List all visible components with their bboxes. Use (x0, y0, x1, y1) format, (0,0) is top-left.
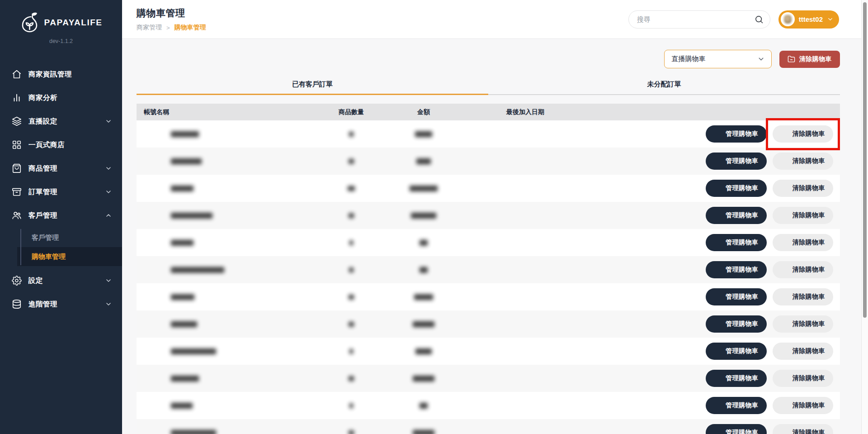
clear-cart-button[interactable]: 清除購物車 (773, 343, 834, 360)
order-tabs: 已有客戶訂單 未分配訂單 (137, 80, 840, 95)
clear-cart-button[interactable]: 清除購物車 (773, 125, 834, 143)
sidebar-item-訂單管理[interactable]: 訂單管理 (0, 180, 122, 204)
breadcrumb-current: 購物車管理 (175, 24, 206, 32)
cell-amount (376, 267, 471, 273)
shopping-cart-icon (714, 157, 722, 165)
avatar (144, 126, 160, 142)
sidebar-subitem-購物車管理[interactable]: 購物車管理 (17, 247, 122, 266)
logo-block: PAPAYALIFE dev-1.1.2 (0, 0, 122, 44)
redacted-amount (416, 158, 431, 164)
clear-cart-button[interactable]: 清除購物車 (773, 180, 834, 197)
redacted-account-name (171, 294, 194, 300)
table-row: 管理購物車 清除購物車 (137, 392, 840, 419)
cell-quantity (326, 403, 376, 408)
cell-quantity (326, 186, 376, 191)
clear-cart-button[interactable]: 清除購物車 (773, 315, 834, 333)
breadcrumb-root[interactable]: 商家管理 (137, 24, 162, 32)
user-name: tttest02 (799, 15, 823, 23)
clear-cart-button[interactable]: 清除購物車 (773, 288, 834, 305)
table-row: 管理購物車 清除購物車 (137, 283, 840, 310)
home-icon (12, 69, 22, 79)
redacted-quantity (349, 240, 353, 245)
redacted-quantity (349, 267, 354, 272)
user-menu-button[interactable]: tttest02 (778, 10, 839, 29)
cell-amount (376, 321, 471, 327)
manage-cart-button[interactable]: 管理購物車 (706, 315, 767, 333)
sidebar-item-商家資訊管理[interactable]: 商家資訊管理 (0, 62, 122, 86)
clear-all-carts-button[interactable]: 清除購物車 (779, 51, 840, 68)
vertical-scrollbar[interactable] (861, 0, 868, 434)
search-input[interactable] (637, 15, 755, 23)
cell-account (137, 316, 326, 332)
sidebar: PAPAYALIFE dev-1.1.2 商家資訊管理 商家分析 直播設定 (0, 0, 122, 434)
cell-amount (376, 348, 471, 354)
sidebar-subitem-客戶管理[interactable]: 客戶管理 (17, 228, 122, 247)
clear-cart-button[interactable]: 清除購物車 (773, 153, 834, 170)
cell-actions: 管理購物車 清除購物車 (652, 261, 840, 278)
clear-cart-button[interactable]: 清除購物車 (773, 370, 834, 387)
manage-cart-button[interactable]: 管理購物車 (706, 234, 767, 251)
manage-cart-button[interactable]: 管理購物車 (706, 288, 767, 305)
table-row: 管理購物車 清除購物車 (137, 120, 840, 148)
sidebar-item-客戶管理[interactable]: 客戶管理 (0, 204, 122, 227)
chevron-down-icon (105, 300, 112, 308)
manage-cart-button[interactable]: 管理購物車 (706, 207, 767, 224)
manage-cart-button[interactable]: 管理購物車 (706, 343, 767, 360)
clear-cart-button[interactable]: 清除購物車 (773, 424, 834, 434)
column-header-last-added-date: 最後加入日期 (471, 108, 652, 116)
column-header-amount: 金額 (376, 108, 471, 116)
cart-toolbar: 直播購物車 清除購物車 (137, 50, 840, 68)
avatar (144, 234, 160, 251)
manage-cart-button[interactable]: 管理購物車 (706, 261, 767, 278)
scrollbar-thumb[interactable] (863, 2, 867, 318)
cell-actions: 管理購物車 清除購物車 (652, 370, 840, 387)
redacted-amount (411, 213, 436, 219)
tab-unassigned-orders[interactable]: 未分配訂單 (488, 80, 840, 95)
sidebar-item-一頁式商店[interactable]: 一頁式商店 (0, 133, 122, 157)
cell-actions: 管理購物車 清除購物車 (652, 180, 840, 197)
search-bar[interactable] (628, 10, 770, 29)
sidebar-item-商家分析[interactable]: 商家分析 (0, 86, 122, 110)
cell-actions: 管理購物車 清除購物車 (652, 397, 840, 414)
shopping-cart-icon (714, 185, 722, 192)
clear-cart-button[interactable]: 清除購物車 (773, 234, 834, 251)
clear-cart-button[interactable]: 清除購物車 (773, 397, 834, 414)
cart-type-select[interactable]: 直播購物車 (664, 50, 772, 68)
cell-actions: 管理購物車 清除購物車 (652, 125, 840, 143)
sidebar-item-商品管理[interactable]: 商品管理 (0, 157, 122, 180)
clear-cart-button[interactable]: 清除購物車 (773, 207, 834, 224)
redacted-amount (414, 294, 433, 300)
sidebar-item-進階管理[interactable]: 進階管理 (0, 292, 122, 316)
redacted-amount (413, 321, 434, 327)
redacted-quantity (349, 403, 353, 408)
redacted-quantity (349, 132, 354, 137)
cell-quantity (326, 295, 376, 300)
redacted-amount (413, 376, 434, 382)
cell-quantity (326, 376, 376, 381)
carts-table: 帳號名稱 商品數量 金額 最後加入日期 管理購物車 清除購物車 (137, 104, 840, 434)
redacted-account-name (171, 186, 193, 191)
clear-cart-button[interactable]: 清除購物車 (773, 261, 834, 278)
redacted-amount (420, 240, 428, 246)
search-icon[interactable] (755, 15, 764, 24)
cell-quantity (326, 213, 376, 218)
tab-existing-customer-orders[interactable]: 已有客戶訂單 (137, 80, 488, 95)
sidebar-item-設定[interactable]: 設定 (0, 269, 122, 292)
redacted-quantity (349, 349, 353, 354)
cart-type-select-value: 直播購物車 (672, 55, 757, 63)
trash-icon (781, 266, 788, 274)
layers-icon (12, 116, 22, 126)
manage-cart-button[interactable]: 管理購物車 (706, 370, 767, 387)
manage-cart-button[interactable]: 管理購物車 (706, 424, 767, 434)
table-body: 管理購物車 清除購物車 管理購物車 清除購物車 (137, 120, 840, 434)
manage-cart-button[interactable]: 管理購物車 (706, 125, 767, 143)
avatar (144, 316, 160, 332)
manage-cart-button[interactable]: 管理購物車 (706, 180, 767, 197)
table-row: 管理購物車 清除購物車 (137, 229, 840, 256)
sidebar-item-直播設定[interactable]: 直播設定 (0, 110, 122, 133)
avatar (144, 397, 160, 414)
manage-cart-button[interactable]: 管理購物車 (706, 397, 767, 414)
cell-account (137, 343, 326, 359)
manage-cart-button[interactable]: 管理購物車 (706, 153, 767, 170)
shopping-cart-icon (714, 130, 722, 138)
